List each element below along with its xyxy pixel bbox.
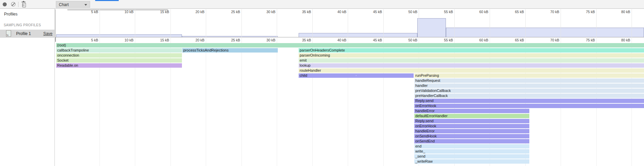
ruler-tick-label: 50 kB — [392, 10, 417, 14]
ruler-tick-label: 10 kB — [108, 38, 134, 42]
flame-bar-handleError[interactable]: handleError — [414, 129, 529, 133]
flame-bar-_send[interactable]: _send — [414, 154, 529, 159]
gridline — [100, 9, 100, 37]
flame-bar-onconnection[interactable]: onconnection — [56, 53, 182, 58]
flame-bar-onSendHook[interactable]: onSendHook — [414, 134, 529, 138]
flame-bar-child[interactable]: child — [299, 73, 414, 78]
flame-bar-Reply.send[interactable]: Reply.send — [414, 119, 529, 123]
ruler-tick-label: 5 kB — [73, 10, 98, 14]
sidebar: Profiles SAMPLING PROFILES % Profile 1 S… — [0, 9, 55, 166]
flame-bar-onSendEnd[interactable]: onSendEnd — [414, 139, 529, 143]
ruler-tick-label: 45 kB — [356, 10, 382, 14]
devtools-memory-panel: Chart Profiles SAMPLING PROFILES % Profi… — [0, 0, 644, 166]
ruler-tick-label: 55 kB — [427, 10, 453, 14]
flame-bar-preValidationCallback[interactable]: preValidationCallback — [414, 89, 644, 93]
view-mode-select[interactable]: Chart — [56, 1, 90, 8]
gridline — [135, 9, 135, 37]
flame-bar-preHandlerCallback[interactable]: preHandlerCallback — [414, 94, 644, 98]
gridline — [277, 9, 277, 37]
clear-profiles-button[interactable] — [10, 1, 16, 7]
flame-bar-emit[interactable]: emit — [299, 58, 644, 63]
ruler-tick-label: 40 kB — [321, 38, 346, 42]
ruler-tick-label: 80 kB — [605, 38, 630, 42]
flame-bar-Socket[interactable]: Socket — [56, 58, 182, 63]
ruler-tick-label: 55 kB — [427, 38, 453, 42]
ruler-tick-label: 50 kB — [392, 38, 417, 42]
gridline — [277, 37, 277, 166]
flame-bar-_writeRaw[interactable]: _writeRaw — [414, 159, 529, 164]
ruler-tick-label: 25 kB — [215, 38, 240, 42]
overview-area-segment — [446, 28, 644, 37]
flame-bar-root[interactable]: (root) — [56, 43, 644, 47]
ruler-tick-label: 40 kB — [321, 10, 346, 14]
flame-bar-parserOnHeadersComplete[interactable]: parserOnHeadersComplete — [299, 48, 644, 53]
flame-bar-write_[interactable]: write_ — [414, 149, 529, 154]
toolbar: Chart — [0, 0, 644, 9]
sampling-profiles-section-label: SAMPLING PROFILES — [4, 23, 41, 27]
flame-bar-runPreParsing[interactable]: runPreParsing — [414, 73, 644, 78]
ruler-tick-label: 60 kB — [463, 38, 488, 42]
gridline — [312, 9, 313, 37]
profile-icon: % — [6, 30, 11, 37]
overview-area-segment — [299, 33, 417, 37]
delete-profile-button[interactable] — [21, 1, 27, 7]
view-mode-value: Chart — [59, 2, 69, 7]
toolbar-separator — [18, 2, 18, 7]
flame-bar-routeHandler[interactable]: routeHandler — [299, 68, 644, 73]
ruler-tick-label: 30 kB — [250, 38, 275, 42]
clear-icon — [11, 2, 15, 6]
ruler-tick-label: 20 kB — [179, 10, 204, 14]
flame-bar-handler[interactable]: handler — [414, 84, 644, 88]
ruler-tick-label: 65 kB — [498, 38, 524, 42]
gridline — [171, 9, 171, 37]
ruler-top-border — [55, 37, 644, 37]
save-profile-link[interactable]: Save — [43, 31, 52, 36]
ruler-tick-label: 65 kB — [498, 10, 524, 14]
gridline — [206, 9, 206, 37]
flame-bar-defaultErrorHandler[interactable]: defaultErrorHandler — [414, 114, 529, 118]
gridline — [632, 9, 632, 37]
ruler-tick-label: 35 kB — [286, 38, 311, 42]
overview-area-segment — [417, 18, 446, 37]
flame-bar-Reply.send[interactable]: Reply.send — [414, 99, 644, 103]
gridline — [383, 9, 384, 37]
gridline — [348, 9, 348, 37]
ruler-tick-label: 35 kB — [286, 10, 311, 14]
gridline — [525, 9, 526, 37]
flame-bar-parserOnIncoming[interactable]: parserOnIncoming — [299, 53, 644, 58]
flame-bar-Readable.on[interactable]: Readable.on — [56, 63, 182, 68]
profiles-heading: Profiles — [4, 12, 17, 16]
ruler-tick-label: 30 kB — [250, 10, 275, 14]
flame-bar-lookup[interactable]: lookup — [299, 63, 644, 68]
flame-bar-handleError[interactable]: handleError — [414, 109, 529, 113]
gridline — [206, 37, 206, 166]
flame-bar-onErrorHook[interactable]: onErrorHook — [414, 124, 529, 128]
gridline — [490, 9, 490, 37]
ruler-tick-label: 15 kB — [144, 38, 169, 42]
active-tab-indicator — [95, 0, 119, 1]
flame-bar-callbackTrampoline[interactable]: callbackTrampoline — [56, 48, 182, 53]
flame-bar-onErrorHook[interactable]: onErrorHook — [414, 104, 644, 108]
overview-area-segment — [56, 34, 182, 37]
gridline — [419, 9, 419, 37]
ruler-tick-label: 60 kB — [463, 10, 488, 14]
record-button[interactable] — [2, 1, 8, 7]
gridline — [561, 9, 561, 37]
gridline — [454, 9, 455, 37]
gridline — [241, 9, 242, 37]
flame-bar-handleRequest[interactable]: handleRequest — [414, 78, 644, 83]
ruler-tick-label: 70 kB — [534, 38, 559, 42]
profile-name: Profile 1 — [16, 31, 31, 36]
gridline — [241, 37, 242, 166]
ruler-tick-label: 75 kB — [569, 38, 595, 42]
gridline — [596, 9, 597, 37]
ruler-tick-label: 70 kB — [534, 10, 559, 14]
chevron-down-icon — [84, 4, 87, 6]
ruler-tick-label: 10 kB — [108, 10, 134, 14]
sidebar-item-profile-1[interactable]: % Profile 1 Save — [0, 30, 54, 38]
ruler-tick-label: 45 kB — [356, 38, 382, 42]
ruler-tick-label: 25 kB — [215, 10, 240, 14]
flame-bar-end[interactable]: end — [414, 144, 529, 148]
flame-bar-processTicksAndRejections[interactable]: processTicksAndRejections — [182, 48, 278, 53]
ruler-tick-label: 75 kB — [569, 10, 595, 14]
